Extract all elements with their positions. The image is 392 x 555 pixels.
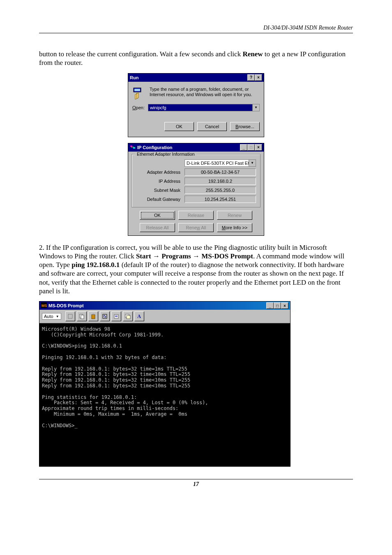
run-title-text: Run [130, 75, 138, 80]
mask-value: 255.255.255.0 [184, 187, 256, 194]
adapter-selected: D-Link DFE-530TX PCI Fast Ethe [185, 160, 249, 166]
browse-button[interactable]: Browse... [230, 122, 260, 131]
p2-b3: MS-DOS Prompt [201, 252, 253, 260]
ok-button[interactable]: OK [140, 211, 175, 220]
copy-icon[interactable] [77, 311, 87, 321]
p2-arrow1: → [151, 252, 162, 260]
properties-icon[interactable] [111, 311, 121, 321]
open-combobox[interactable]: ▼ [148, 104, 260, 111]
run-instruction: Type the name of a program, folder, docu… [150, 87, 260, 97]
paragraph-2: 2. If the IP configuration is correct, y… [39, 243, 353, 296]
font-icon[interactable]: A [134, 311, 144, 321]
p1-bold: Renew [242, 50, 263, 58]
close-icon[interactable]: × [255, 144, 262, 151]
gw-label: Default Gateway [136, 197, 180, 202]
chevron-down-icon[interactable]: ▼ [249, 160, 256, 166]
cancel-button[interactable]: Cancel [197, 122, 227, 131]
svg-rect-14 [103, 314, 107, 318]
open-input[interactable] [148, 104, 252, 111]
svg-rect-1 [134, 89, 140, 91]
mask-label: Subnet Mask [136, 188, 180, 193]
svg-rect-4 [130, 145, 132, 147]
run-dialog: Run ? × Type the name of a program, fold… [128, 73, 264, 137]
minimize-icon[interactable]: _ [240, 144, 247, 151]
adapter-addr-value: 00-50-BA-12-34-57 [184, 168, 256, 176]
page-number: 17 [39, 479, 353, 488]
open-label: Open: [132, 105, 145, 110]
ipcfg-titlebar: IP Configuration _ □ × [128, 143, 264, 152]
run-titlebar: Run ? × [128, 74, 264, 82]
running-head: DI-304/DI-304M ISDN Remote Router [39, 25, 353, 33]
paste-icon[interactable] [88, 311, 98, 321]
svg-rect-13 [92, 314, 94, 315]
renew-all-button[interactable]: Renew All [178, 223, 214, 232]
p1-pre: button to release the current configurat… [39, 50, 242, 58]
maximize-icon[interactable]: □ [274, 302, 281, 309]
dos-title-text: MS-DOS Prompt [48, 303, 84, 308]
chevron-down-icon[interactable]: ▼ [252, 104, 259, 111]
dos-output[interactable]: Microsoft(R) Windows 98 (C)Copyright Mic… [39, 323, 290, 466]
ip-value: 192.168.0.2 [184, 177, 256, 185]
msdos-icon: MS [41, 302, 47, 309]
adapter-group-title: Ethernet Adapter Information [135, 152, 196, 157]
ip-label: IP Address [136, 179, 180, 184]
network-icon [130, 144, 136, 151]
ipcfg-title-text: IP Configuration [137, 145, 172, 150]
close-icon[interactable]: × [255, 74, 262, 81]
minimize-icon[interactable]: _ [266, 302, 274, 309]
adapter-combobox[interactable]: D-Link DFE-530TX PCI Fast Ethe ▼ [184, 159, 256, 167]
p2-b2: Programs [161, 252, 191, 260]
adapter-addr-label: Adapter Address [136, 170, 180, 175]
close-icon[interactable]: × [281, 302, 288, 309]
dos-toolbar: Auto ▼ A [39, 310, 290, 323]
ipcfg-dialog: IP Configuration _ □ × Ethernet Adapter … [128, 143, 264, 236]
p2-b4: ping 192.168.0.1 [71, 261, 120, 269]
more-info-button[interactable]: More Info >> [217, 223, 252, 232]
background-icon[interactable] [123, 311, 133, 321]
adapter-group: Ethernet Adapter Information D-Link DFE-… [131, 154, 261, 207]
fontsize-combo[interactable]: Auto ▼ [42, 313, 61, 320]
dos-window: MS MS-DOS Prompt _ □ × Auto ▼ A Mi [39, 301, 291, 467]
run-icon [132, 87, 145, 100]
dos-titlebar: MS MS-DOS Prompt _ □ × [39, 302, 290, 310]
paragraph-1: button to release the current configurat… [39, 50, 353, 67]
svg-rect-5 [133, 147, 135, 149]
svg-rect-19 [127, 315, 130, 319]
p2-b1: Start [136, 252, 151, 260]
fontsize-value: Auto [44, 314, 53, 319]
ok-button[interactable]: OK [164, 122, 194, 131]
svg-rect-12 [92, 315, 95, 319]
mark-icon[interactable] [65, 311, 75, 321]
release-all-button[interactable]: Release All [140, 223, 175, 232]
svg-rect-11 [81, 315, 84, 319]
svg-rect-9 [68, 314, 72, 318]
release-button[interactable]: Release [178, 211, 214, 220]
chevron-down-icon: ▼ [56, 315, 59, 318]
svg-text:MS: MS [42, 304, 47, 308]
fullscreen-icon[interactable] [100, 311, 110, 321]
help-icon[interactable]: ? [247, 74, 255, 81]
maximize-icon[interactable]: □ [247, 144, 255, 151]
p2-arrow2: → [191, 252, 202, 260]
gw-value: 10.254.254.251 [184, 196, 256, 203]
renew-button[interactable]: Renew [217, 211, 252, 220]
